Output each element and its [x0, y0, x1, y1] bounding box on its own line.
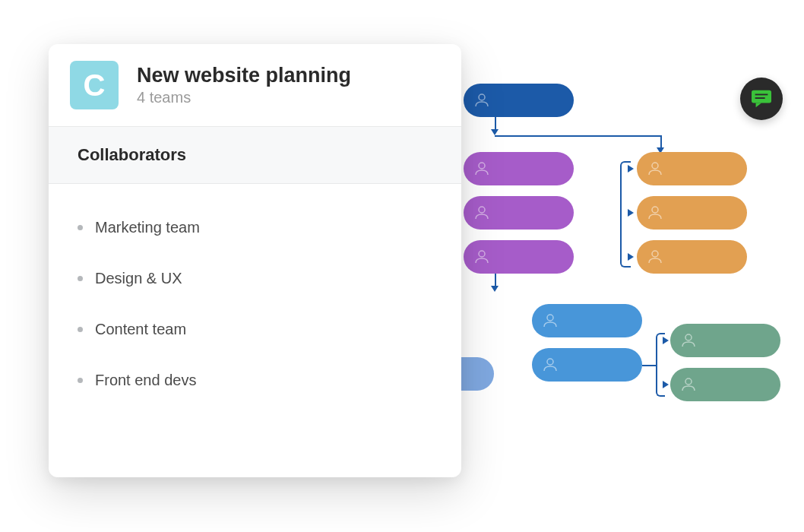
svg-point-0 — [479, 94, 485, 100]
org-node — [670, 324, 780, 357]
org-node — [464, 84, 574, 117]
svg-point-1 — [479, 163, 485, 169]
app-icon: C — [70, 61, 119, 109]
org-node — [532, 304, 642, 337]
org-node — [464, 152, 574, 185]
collaborator-label: Front end devs — [95, 372, 196, 389]
person-icon — [646, 204, 664, 222]
bullet-icon — [78, 378, 83, 383]
header-text: New website planning 4 teams — [137, 64, 351, 106]
list-item[interactable]: Design & UX — [78, 253, 432, 304]
org-node — [532, 348, 642, 382]
chat-icon — [750, 89, 773, 109]
svg-point-6 — [652, 251, 658, 257]
list-item[interactable]: Front end devs — [78, 355, 432, 406]
svg-point-3 — [479, 251, 485, 257]
chat-button[interactable] — [740, 78, 783, 120]
person-icon — [541, 356, 559, 374]
card-header: C New website planning 4 teams — [49, 44, 461, 126]
svg-point-2 — [479, 207, 485, 213]
person-icon — [679, 375, 698, 394]
svg-point-5 — [652, 207, 658, 213]
collaborator-label: Marketing team — [95, 219, 200, 236]
org-node — [637, 152, 747, 185]
collaborator-label: Design & UX — [95, 270, 182, 287]
person-icon — [473, 160, 491, 178]
svg-point-4 — [652, 163, 658, 169]
bullet-icon — [78, 276, 83, 281]
org-node — [464, 240, 574, 274]
bullet-icon — [78, 225, 83, 230]
person-icon — [679, 331, 698, 350]
svg-point-7 — [547, 315, 553, 321]
bullet-icon — [78, 327, 83, 332]
card-subtitle: 4 teams — [137, 89, 351, 106]
app-icon-letter: C — [84, 68, 106, 103]
person-icon — [646, 160, 664, 178]
person-icon — [473, 248, 491, 266]
person-icon — [646, 248, 664, 266]
svg-point-9 — [685, 334, 692, 340]
collaborators-heading: Collaborators — [49, 126, 461, 184]
org-node — [464, 196, 574, 230]
person-icon — [541, 312, 559, 330]
card-title: New website planning — [137, 64, 351, 87]
collaborators-list: Marketing team Design & UX Content team … — [49, 184, 461, 424]
svg-point-10 — [685, 378, 692, 385]
collaborator-label: Content team — [95, 321, 186, 338]
planning-card: C New website planning 4 teams Collabora… — [49, 44, 461, 477]
org-node — [637, 240, 747, 274]
list-item[interactable]: Content team — [78, 304, 432, 355]
svg-rect-11 — [752, 90, 771, 103]
person-icon — [473, 91, 491, 109]
list-item[interactable]: Marketing team — [78, 202, 432, 253]
org-node — [670, 368, 780, 401]
person-icon — [473, 204, 491, 222]
org-node — [637, 196, 747, 230]
svg-point-8 — [547, 359, 553, 365]
